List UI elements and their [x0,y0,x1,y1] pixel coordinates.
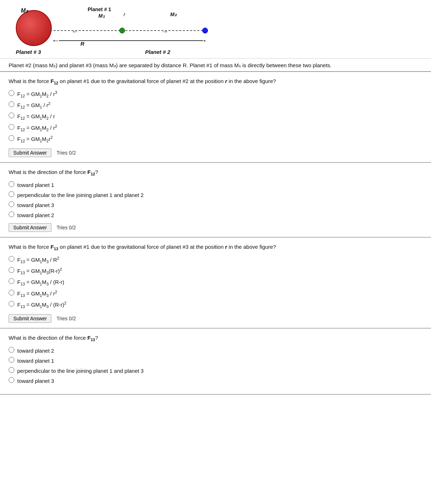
option-q2-3: toward planet 3 [9,201,422,209]
option-q1-5: F12 = GM1M2r2 [9,135,422,144]
option-q3-2: F13 = GM1M3(R-r)2 [9,267,422,276]
radio-q4-3[interactable] [9,367,14,373]
question2-submit-row: Submit Answer Tries 0/2 [9,223,422,232]
big-left-arrow-icon: ← [52,36,60,45]
submit-answer-q1[interactable]: Submit Answer [9,148,51,157]
question3-submit-row: Submit Answer Tries 0/2 [9,314,422,323]
r-label: r [124,12,125,17]
radio-q2-3[interactable] [9,201,14,207]
option-q1-3: F12 = GM1M2 / r [9,112,422,121]
radio-q3-4[interactable] [9,290,14,295]
radio-q3-5[interactable] [9,301,14,307]
description: Planet #2 (mass M₂) and planet #3 (mass … [0,59,431,72]
question3-options: F13 = GM1M3 / R2 F13 = GM1M3(R-r)2 F13 =… [9,256,422,310]
option-q4-4: toward planet 3 [9,377,422,385]
radio-q3-1[interactable] [9,256,14,262]
question4-text: What is the direction of the force F13? [9,334,422,343]
radio-q4-4[interactable] [9,377,14,383]
radio-q1-5[interactable] [9,135,14,141]
right-arrow-icon: → [161,27,168,36]
planet3-bottom-label: Planet # 3 [16,49,41,55]
radio-q1-4[interactable] [9,124,14,130]
option-q4-2: toward planet 1 [9,357,422,365]
big-arrow-row: ← → [50,36,208,44]
planet1-dot [119,28,125,33]
radio-q4-2[interactable] [9,357,14,363]
question1-submit-row: Submit Answer Tries 0/2 [9,148,422,157]
tries-q1: Tries 0/2 [56,150,76,156]
question2-options: toward planet 1 perpendicular to the lin… [9,181,422,219]
planet1-label-top: Planet # 1 [88,6,111,12]
tries-q2: Tries 0/2 [56,225,76,230]
radio-q3-3[interactable] [9,278,14,284]
option-q4-1: toward planet 2 [9,347,422,354]
radio-q2-4[interactable] [9,211,14,217]
question4-section: What is the direction of the force F13? … [0,329,431,395]
option-q3-4: F13 = GM1M3 / r2 [9,289,422,298]
dashed-line-left [50,30,122,31]
option-q4-3: perpendicular to the line joining planet… [9,367,422,375]
planet1-M1-label: M₁ [98,13,105,19]
radio-q3-2[interactable] [9,267,14,273]
question1-options: F12 = GM1M2 / r3 F12 = GM1 / r2 F12 = GM… [9,90,422,144]
description-text: Planet #2 (mass M₂) and planet #3 (mass … [9,62,332,68]
option-q1-1: F12 = GM1M2 / r3 [9,90,422,99]
question1-text: What is the force F12 on planet #1 due t… [9,77,422,86]
option-q3-5: F13 = GM1M3 / (R-r)2 [9,301,422,310]
option-q2-2: perpendicular to the line joining planet… [9,191,422,199]
option-q2-4: toward planet 2 [9,211,422,219]
page: M₃ Planet # 1 M₁ r M₂ ← → ← [0,0,431,504]
planet2-bottom-label: Planet # 2 [145,49,170,55]
radio-q1-1[interactable] [9,90,14,96]
arrow-track: ← → [50,27,208,35]
radio-q1-3[interactable] [9,113,14,118]
radio-q2-1[interactable] [9,181,14,187]
submit-answer-q3[interactable]: Submit Answer [9,314,51,323]
radio-q2-2[interactable] [9,191,14,197]
option-q3-3: F13 = GM1M3 / (R-r) [9,278,422,287]
M2-label: M₂ [170,12,177,17]
question3-section: What is the force F13 on planet #1 due t… [0,238,431,329]
question4-options: toward planet 2 toward planet 1 perpendi… [9,347,422,385]
radio-q4-1[interactable] [9,347,14,353]
option-q1-4: F12 = GM1M2 / r2 [9,124,422,133]
question2-section: What is the direction of the force F12? … [0,163,431,238]
planet3-circle [16,10,52,46]
diagram-container: M₃ Planet # 1 M₁ r M₂ ← → ← [16,6,217,53]
R-label: R [80,41,84,47]
option-q1-2: F12 = GM1 / r2 [9,101,422,110]
planet2-dot [202,28,208,33]
option-q3-1: F13 = GM1M3 / R2 [9,256,422,265]
question1-section: What is the force F12 on planet #1 due t… [0,72,431,163]
tries-q3: Tries 0/2 [56,316,76,321]
planet3-M3-label: M₃ [21,7,28,14]
diagram-section: M₃ Planet # 1 M₁ r M₂ ← → ← [0,0,431,59]
big-right-arrow-icon: → [199,36,207,45]
question2-text: What is the direction of the force F12? [9,168,422,177]
radio-q1-2[interactable] [9,101,14,107]
left-arrow-icon: ← [71,27,79,36]
submit-answer-q2[interactable]: Submit Answer [9,223,51,232]
question3-text: What is the force F13 on planet #1 due t… [9,243,422,252]
option-q2-1: toward planet 1 [9,181,422,189]
